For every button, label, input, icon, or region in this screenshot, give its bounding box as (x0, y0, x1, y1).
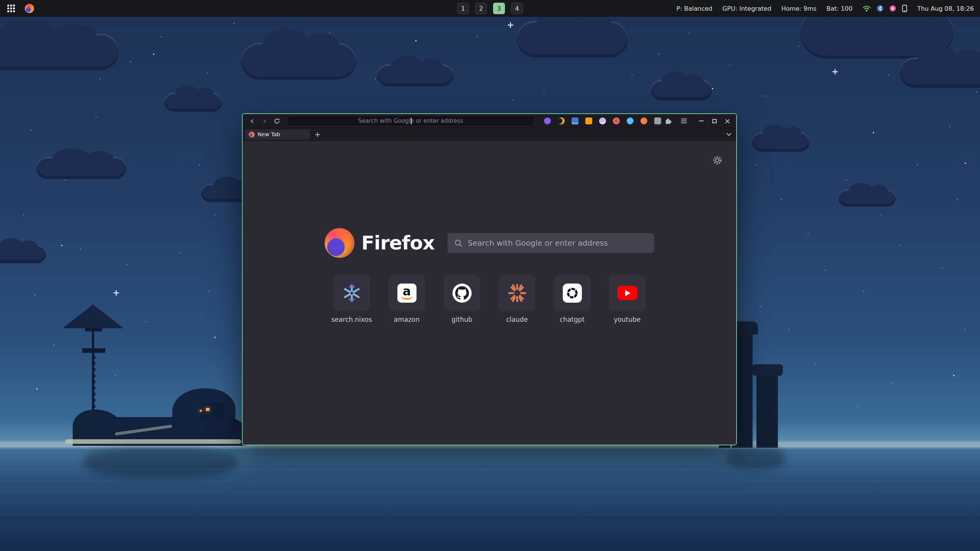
extension-icon-9[interactable] (654, 117, 661, 124)
extension-icon-3[interactable] (572, 117, 578, 124)
apps-grid-glyph (7, 4, 15, 13)
extension-icon-1[interactable] (544, 117, 551, 124)
shortcut-search-nixos[interactable]: search.nixos (333, 275, 370, 323)
shortcut-tile-box: a (389, 275, 425, 311)
workspace-switcher: 1 2 3 4 (457, 0, 523, 17)
personalize-button[interactable] (712, 155, 723, 166)
firefox-favicon (249, 132, 255, 137)
forward-button[interactable]: › (259, 116, 270, 126)
hut-lit-window-small (200, 410, 202, 412)
cloud (900, 57, 980, 88)
puzzle-icon (665, 117, 672, 125)
firefox-wordmark: Firefox (361, 232, 434, 254)
shortcut-tile-box (444, 275, 480, 311)
firefox-window: ‹ › Search with Google or enter address (242, 113, 737, 445)
bluetooth-icon (877, 5, 884, 12)
wifi-icon (862, 5, 871, 12)
workspace-4[interactable]: 4 (511, 3, 523, 14)
shortcut-claude[interactable]: claude (499, 275, 535, 323)
sea-texture (0, 446, 980, 551)
shortcut-chatgpt[interactable]: chatgpt (554, 275, 590, 323)
shortcut-tiles: search.nixos a amazon (243, 275, 736, 323)
cloud (241, 43, 356, 80)
extension-icon-7[interactable] (627, 117, 634, 124)
tab-bar: New Tab + (243, 128, 736, 141)
island-beach (65, 439, 241, 444)
cloud (838, 189, 896, 207)
phone-icon (902, 5, 907, 12)
shortcut-label: youtube (614, 316, 641, 323)
extension-icon-8[interactable] (640, 117, 647, 124)
hut (201, 403, 225, 418)
text-caret (411, 118, 412, 124)
island-silhouette (50, 302, 249, 448)
shortcut-label: search.nixos (331, 316, 372, 323)
github-icon (452, 284, 472, 303)
shortcut-tile-box (609, 275, 645, 311)
workspace-1[interactable]: 1 (457, 3, 469, 14)
maximize-button[interactable] (709, 116, 719, 126)
shortcut-label: claude (506, 316, 528, 323)
star-sparkle (116, 290, 117, 296)
url-bar[interactable]: Search with Google or enter address (287, 116, 534, 126)
nixos-snowflake-icon (342, 283, 362, 303)
openai-knot-glyph (565, 286, 579, 300)
cloud (165, 93, 222, 112)
minimize-button[interactable] (696, 116, 706, 126)
shortcut-amazon[interactable]: a amazon (389, 275, 425, 323)
extension-icon-4[interactable] (585, 117, 592, 124)
power-profile-status: P: Balanced (676, 5, 712, 12)
shortcut-github[interactable]: github (444, 275, 480, 323)
youtube-play-glyph (625, 290, 630, 296)
navigation-toolbar: ‹ › Search with Google or enter address (243, 114, 736, 128)
minimize-icon (699, 121, 704, 121)
extension-icon-5[interactable] (599, 117, 606, 124)
star-sparkle (835, 69, 836, 75)
watchtower-roof (62, 305, 124, 328)
watchtower-deck (82, 348, 105, 353)
shortcut-youtube[interactable]: youtube (609, 275, 645, 323)
gear-icon (712, 155, 722, 165)
youtube-icon (617, 286, 637, 300)
shortcut-tile-box (554, 275, 590, 311)
tab-title: New Tab (258, 131, 280, 137)
newtab-search-placeholder: Search with Google or enter address (468, 238, 608, 248)
extension-icon-2[interactable] (558, 117, 565, 124)
cloud (651, 80, 712, 101)
toolbar-right-cluster: × (663, 116, 732, 126)
apps-grid-icon[interactable] (6, 3, 16, 13)
clock: Thu Aug 08, 18:26 (917, 5, 974, 12)
rock-cap (752, 364, 783, 376)
maximize-icon (712, 119, 717, 123)
claude-starburst-icon (508, 284, 527, 303)
new-tab-button[interactable]: + (312, 129, 323, 140)
newtab-hero: Firefox Search with Google or enter addr… (243, 228, 736, 258)
hamburger-icon (681, 119, 687, 123)
newtab-search-field[interactable]: Search with Google or enter address (448, 233, 654, 253)
back-button[interactable]: ‹ (247, 116, 258, 126)
cloud (36, 157, 126, 179)
workspace-2[interactable]: 2 (475, 3, 487, 14)
indicator-icon (889, 5, 896, 12)
firefox-launcher-icon[interactable] (24, 3, 34, 13)
close-button[interactable]: × (722, 116, 732, 126)
menu-button[interactable] (678, 116, 689, 126)
extensions-button[interactable] (663, 116, 674, 126)
list-all-tabs-button[interactable] (724, 129, 734, 139)
cloud (377, 64, 454, 86)
system-bar-right: P: Balanced GPU: Integrated Home: 9ms Ba… (676, 5, 974, 12)
firefox-logo (325, 228, 354, 258)
hut-lit-window (206, 408, 209, 411)
reload-button[interactable] (272, 116, 283, 126)
cloud (0, 34, 119, 70)
search-icon (454, 239, 462, 247)
extension-icon-6[interactable] (613, 117, 620, 124)
system-tray (862, 5, 907, 12)
cloud (517, 21, 628, 57)
system-bar: 1 2 3 4 P: Balanced GPU: Integrated Home… (0, 0, 980, 17)
shortcut-tile-box (499, 275, 535, 311)
tab-new-tab[interactable]: New Tab (245, 129, 310, 140)
workspace-3-active[interactable]: 3 (493, 3, 505, 14)
github-octocat-glyph (455, 286, 469, 300)
rock-pillar (756, 374, 778, 448)
